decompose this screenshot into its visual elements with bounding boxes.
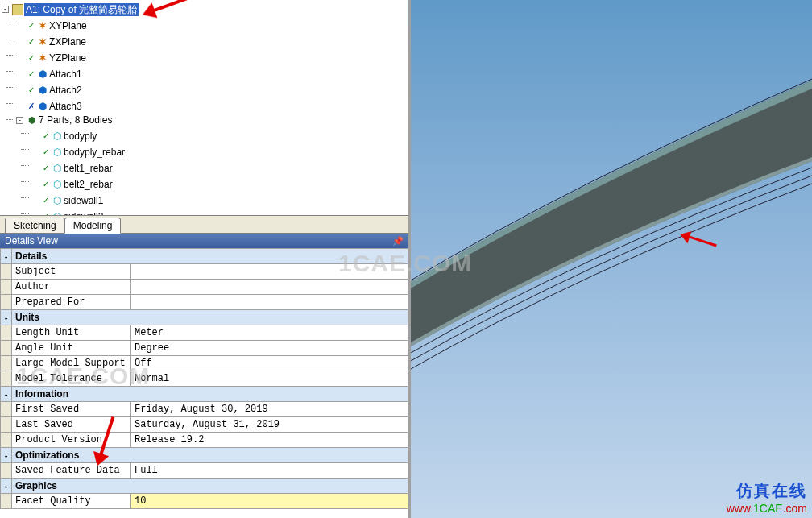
plane-icon: ✶ (37, 20, 48, 31)
tab-modeling[interactable]: Modeling (64, 218, 122, 234)
prop-label: Saved Feature Data (12, 463, 131, 479)
check-icon: ✓ (41, 178, 51, 191)
prop-label: Angle Unit (12, 341, 131, 356)
prop-label: First Saved (12, 402, 131, 417)
attach-icon: ⬢ (37, 101, 48, 112)
prop-label: Product Version (12, 433, 131, 448)
check-icon: ✓ (27, 68, 36, 81)
section-collapse-icon[interactable]: - (1, 249, 12, 264)
section-header: Units (12, 310, 408, 325)
tree-item[interactable]: sidewall1 (64, 194, 103, 207)
details-title: Details View (5, 235, 58, 247)
section-header: Optimizations (12, 448, 408, 463)
tab-sketching[interactable]: Sketching (5, 218, 65, 233)
body-icon: ⬡ (52, 163, 63, 174)
tab-bar: Sketching Modeling (0, 216, 408, 234)
tree-collapse-icon[interactable]: - (16, 117, 23, 124)
check-icon: ✓ (27, 19, 36, 32)
check-icon: ✓ (41, 162, 51, 175)
tree-item[interactable]: XYPlane (49, 19, 87, 32)
prop-value[interactable]: Full (131, 463, 408, 479)
check-icon: ✓ (41, 210, 51, 216)
tree-item[interactable]: 7 Parts, 8 Bodies (39, 114, 112, 126)
prop-label: Length Unit (12, 325, 131, 341)
check-icon: ✓ (27, 35, 36, 48)
tree-item[interactable]: bodyply (64, 130, 97, 143)
check-icon: ✓ (41, 130, 51, 143)
prop-label: Large Model Support (12, 356, 131, 371)
prop-value[interactable] (131, 264, 408, 280)
tree-item[interactable]: Attach2 (49, 84, 82, 97)
prop-label: Prepared For (12, 295, 131, 310)
details-header: Details View 📌 (0, 234, 408, 248)
plane-icon: ✶ (37, 36, 48, 48)
plane-icon: ✶ (37, 52, 48, 64)
section-header: Graphics (12, 479, 408, 494)
x-icon: ✗ (27, 100, 36, 113)
model-icon (12, 4, 23, 15)
tree-item[interactable]: Attach3 (49, 100, 82, 113)
graphics-viewport[interactable] (411, 0, 812, 518)
section-collapse-icon[interactable]: - (1, 310, 12, 325)
prop-label: Author (12, 280, 131, 295)
body-icon: ⬡ (52, 147, 63, 158)
prop-value[interactable] (131, 295, 408, 310)
check-icon: ✓ (27, 84, 36, 97)
prop-value: Friday, August 30, 2019 (131, 402, 408, 417)
section-header: Details (12, 249, 408, 264)
prop-value[interactable]: Normal (131, 371, 408, 387)
pin-icon[interactable]: 📌 (392, 236, 404, 247)
tree-item[interactable]: belt1_rebar (64, 162, 113, 175)
tree-collapse-icon[interactable]: - (2, 6, 9, 13)
prop-value[interactable]: Off (131, 356, 408, 371)
parts-icon: ⬢ (27, 114, 38, 126)
details-grid[interactable]: -Details Subject Author Prepared For -Un… (0, 248, 408, 518)
body-icon: ⬡ (52, 195, 63, 206)
tree-item[interactable]: bodyply_rebar (64, 146, 125, 159)
section-collapse-icon[interactable]: - (1, 387, 12, 402)
prop-label: Subject (12, 264, 131, 280)
check-icon: ✓ (27, 52, 36, 64)
attach-icon: ⬢ (37, 68, 48, 80)
prop-value: Saturday, August 31, 2019 (131, 417, 408, 433)
check-icon: ✓ (41, 146, 51, 159)
prop-value[interactable]: 10 (131, 494, 408, 509)
attach-icon: ⬢ (37, 85, 48, 96)
tree-root-label[interactable]: A1: Copy of 完整简易轮胎 (24, 3, 139, 16)
prop-label: Model Tolerance (12, 371, 131, 387)
tree-item[interactable]: sidewall2 (64, 210, 103, 216)
prop-value[interactable] (131, 280, 408, 295)
body-icon: ⬡ (52, 131, 63, 142)
tree-item[interactable]: ZXPlane (49, 35, 86, 48)
check-icon: ✓ (41, 194, 51, 207)
model-geometry (411, 0, 812, 518)
prop-value[interactable]: Degree (131, 341, 408, 356)
prop-label: Facet Quality (12, 494, 131, 509)
prop-value[interactable]: Meter (131, 325, 408, 341)
section-header: Information (12, 387, 408, 402)
left-panel: - A1: Copy of 完整简易轮胎 ✓✶XYPlane ✓✶ZXPlane… (0, 0, 411, 518)
tree-item[interactable]: belt2_rebar (64, 178, 113, 191)
section-collapse-icon[interactable]: - (1, 479, 12, 494)
tree-item[interactable]: Attach1 (49, 68, 82, 81)
tree-item[interactable]: YZPlane (49, 52, 86, 64)
section-collapse-icon[interactable]: - (1, 448, 12, 463)
body-icon: ⬡ (52, 179, 63, 190)
model-tree[interactable]: - A1: Copy of 完整简易轮胎 ✓✶XYPlane ✓✶ZXPlane… (0, 0, 408, 216)
prop-value: Release 19.2 (131, 433, 408, 448)
